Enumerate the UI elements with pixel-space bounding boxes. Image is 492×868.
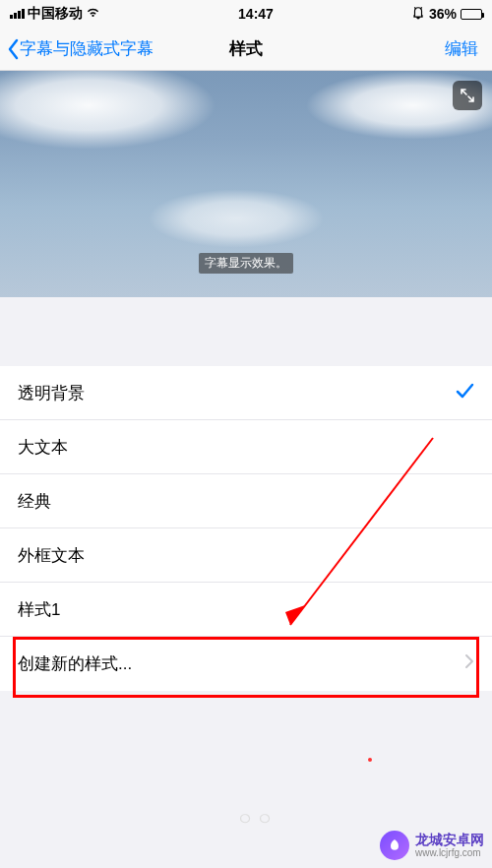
expand-button[interactable] [453, 81, 482, 110]
style-label: 大文本 [18, 436, 68, 459]
chevron-left-icon [6, 38, 20, 60]
style-option-classic[interactable]: 经典 [0, 474, 492, 528]
watermark: 龙城安卓网 www.lcjrfg.com [380, 831, 484, 860]
battery-pct: 36% [429, 6, 457, 22]
back-label: 字幕与隐藏式字幕 [20, 37, 154, 60]
style-label: 透明背景 [18, 382, 85, 404]
caption-sample: 字幕显示效果。 [199, 253, 293, 274]
style-label: 经典 [18, 490, 51, 513]
nav-bar: 字幕与隐藏式字幕 样式 编辑 [0, 28, 492, 71]
checkmark-icon [455, 381, 474, 405]
style-option-large-text[interactable]: 大文本 [0, 420, 492, 474]
style-option-style1[interactable]: 样式1 [0, 583, 492, 637]
battery-icon [461, 9, 482, 20]
alarm-icon [411, 6, 425, 23]
style-label: 外框文本 [18, 544, 85, 567]
page-title: 样式 [229, 37, 263, 60]
style-list: 透明背景 大文本 经典 外框文本 样式1 创建新的样式... [0, 366, 492, 691]
chevron-right-icon [464, 653, 474, 674]
style-option-transparent[interactable]: 透明背景 [0, 366, 492, 420]
style-option-outline[interactable]: 外框文本 [0, 528, 492, 583]
watermark-logo-icon [380, 831, 409, 860]
carrier-label: 中国移动 [28, 5, 83, 23]
back-button[interactable]: 字幕与隐藏式字幕 [0, 37, 154, 60]
wifi-icon [86, 5, 100, 23]
annotation-dot [368, 758, 372, 762]
clock: 14:47 [238, 6, 274, 22]
status-left: 中国移动 [10, 5, 100, 23]
decorative-mark: ㅇㅇ [236, 807, 276, 831]
section-gap [0, 297, 492, 366]
style-label: 样式1 [18, 598, 60, 621]
status-bar: 中国移动 14:47 36% [0, 0, 492, 28]
create-new-label: 创建新的样式... [18, 652, 132, 675]
subtitle-preview: 字幕显示效果。 [0, 71, 492, 297]
create-new-style[interactable]: 创建新的样式... [0, 637, 492, 691]
expand-icon [460, 88, 475, 103]
signal-icon [10, 9, 25, 19]
status-right: 36% [411, 6, 482, 23]
edit-button[interactable]: 编辑 [445, 37, 492, 60]
watermark-name: 龙城安卓网 [415, 832, 484, 848]
watermark-url: www.lcjrfg.com [415, 847, 484, 859]
